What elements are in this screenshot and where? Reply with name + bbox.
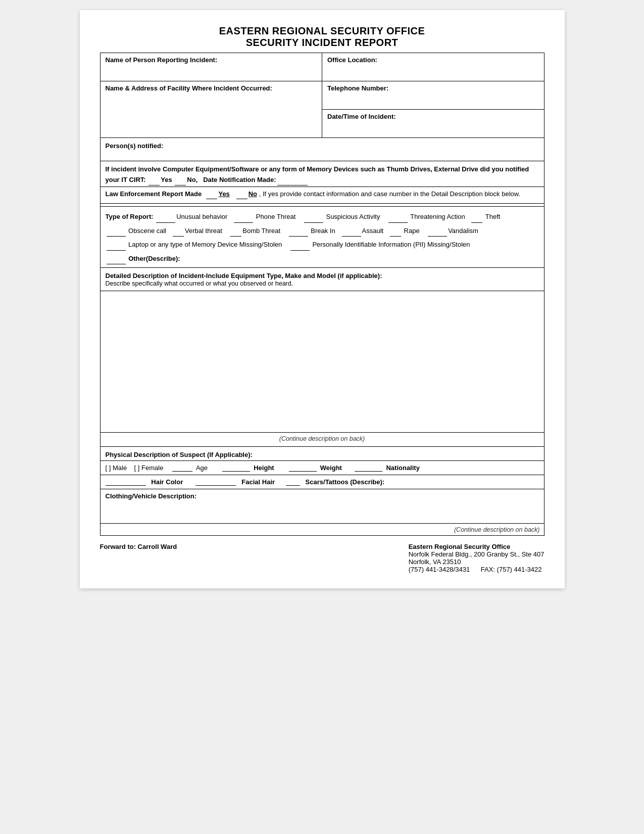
nationality-label: Nationality <box>386 464 419 472</box>
footer-org-info: Eastern Regional Security Office Norfolk… <box>409 543 544 573</box>
telephone-label: Telephone Number: <box>327 84 388 92</box>
row-facility: Name & Address of Facility Where Inciden… <box>100 81 544 110</box>
detail-desc-header-cell: Detailed Description of Incident-Include… <box>100 267 544 291</box>
suspect-gender-cell: [ ] Male [ ] Female Age Height Weight Na… <box>100 460 544 475</box>
clothing-label: Clothing/Vehicle Description: <box>106 492 197 500</box>
row-persons-notified: Person(s) notified: <box>100 138 544 161</box>
row-suspect-gender: [ ] Male [ ] Female Age Height Weight Na… <box>100 460 544 475</box>
datetime-cell: Date/Time of Incident: <box>322 110 544 138</box>
page: EASTERN REGIONAL SECURITY OFFICE SECURIT… <box>80 10 565 588</box>
row-detail-desc-header: Detailed Description of Incident-Include… <box>100 267 544 291</box>
age-label: Age <box>196 464 208 472</box>
scars-label: Scars/Tattoos (Describe): <box>306 478 385 486</box>
law-enforcement-text: Law Enforcement Report Made Yes No , If … <box>106 189 539 200</box>
org-name: Eastern Regional Security Office <box>409 543 544 550</box>
persons-notified-value[interactable] <box>106 150 539 157</box>
continue-back-cell: (Continue description on back) <box>100 523 544 535</box>
type-report-cell: Type of Report: Unusual behavior Phone T… <box>100 207 544 268</box>
office-location-value[interactable] <box>327 64 539 78</box>
row-continue-desc: (Continue description on back) <box>100 432 544 446</box>
physical-desc-label: Physical Description of Suspect (If Appl… <box>106 451 253 458</box>
height-label: Height <box>254 464 274 472</box>
male-label: [ ] Male <box>106 464 127 472</box>
row-clothing: Clothing/Vehicle Description: <box>100 489 544 523</box>
footer-forward-to: Forward to: Carroll Ward <box>100 543 177 550</box>
facial-hair-label: Facial Hair <box>241 478 275 486</box>
org-address2: Norfolk, VA 23510 <box>409 558 544 566</box>
hair-color-label: Hair Color <box>151 478 183 486</box>
row-type-report: Type of Report: Unusual behavior Phone T… <box>100 207 544 268</box>
row-it-cirt: If incident involve Computer Equipment/S… <box>100 161 544 187</box>
name-person-label: Name of Person Reporting Incident: <box>106 56 218 64</box>
org-fax: FAX: (757) 441-3422 <box>481 566 542 573</box>
name-person-value[interactable] <box>106 64 317 78</box>
datetime-label: Date/Time of Incident: <box>327 113 396 120</box>
continue-desc-cell: (Continue description on back) <box>100 432 544 446</box>
office-location-label: Office Location: <box>327 56 377 64</box>
female-label: [ ] Female <box>134 464 164 472</box>
org-phone: (757) 441-3428/3431 <box>409 566 470 573</box>
persons-notified-label: Person(s) notified: <box>106 142 164 150</box>
type-report-row2: Obscene call Verbal threat Bomb Threat B… <box>106 225 539 237</box>
it-cirt-date-blank <box>277 185 308 186</box>
title-block: EASTERN REGIONAL SECURITY OFFICE SECURIT… <box>100 25 544 49</box>
telephone-cell: Telephone Number: <box>322 81 544 110</box>
it-cirt-text: If incident involve Computer Equipment/S… <box>106 164 539 186</box>
law-no-blank <box>236 199 247 199</box>
detail-desc-label: Detailed Description of Incident-Include… <box>106 272 539 287</box>
type-report-row1: Type of Report: Unusual behavior Phone T… <box>106 211 539 222</box>
clothing-value[interactable] <box>106 500 539 520</box>
type-report-row3: Laptop or any type of Memory Device Miss… <box>106 239 539 250</box>
facility-value[interactable] <box>106 92 317 117</box>
facility-cell: Name & Address of Facility Where Inciden… <box>100 81 322 138</box>
law-yes-blank <box>206 199 217 199</box>
office-location-cell: Office Location: <box>322 53 544 81</box>
it-cirt-yes-blank <box>148 185 160 186</box>
physical-header-cell: Physical Description of Suspect (If Appl… <box>100 446 544 460</box>
persons-notified-cell: Person(s) notified: <box>100 138 544 161</box>
facility-label: Name & Address of Facility Where Inciden… <box>106 84 272 92</box>
row-suspect-hair: Hair Color Facial Hair Scars/Tattoos (De… <box>100 475 544 489</box>
telephone-value[interactable] <box>327 92 539 106</box>
org-address1: Norfolk Federal Bldg., 200 Granby St., S… <box>409 550 544 558</box>
row-law-enforcement: Law Enforcement Report Made Yes No , If … <box>100 187 544 204</box>
weight-label: Weight <box>320 464 342 472</box>
it-cirt-cell: If incident involve Computer Equipment/S… <box>100 161 544 187</box>
name-person-cell: Name of Person Reporting Incident: <box>100 53 322 81</box>
title-line2: SECURITY INCIDENT REPORT <box>100 37 544 49</box>
row-continue-back: (Continue description on back) <box>100 523 544 535</box>
continue-desc-text: (Continue description on back) <box>279 435 365 442</box>
it-cirt-no-blank <box>175 185 186 186</box>
suspect-hair-cell: Hair Color Facial Hair Scars/Tattoos (De… <box>100 475 544 489</box>
law-enforcement-cell: Law Enforcement Report Made Yes No , If … <box>100 187 544 204</box>
continue-back-text: (Continue description on back) <box>454 526 540 533</box>
datetime-value[interactable] <box>327 120 539 134</box>
clothing-cell: Clothing/Vehicle Description: <box>100 489 544 523</box>
title-line1: EASTERN REGIONAL SECURITY OFFICE <box>100 25 544 37</box>
footer-section: Forward to: Carroll Ward Eastern Regiona… <box>100 543 544 573</box>
org-contact: (757) 441-3428/3431 FAX: (757) 441-3422 <box>409 566 544 573</box>
row-physical-header: Physical Description of Suspect (If Appl… <box>100 446 544 460</box>
form-table: Name of Person Reporting Incident: Offic… <box>100 53 544 536</box>
row-name-office: Name of Person Reporting Incident: Offic… <box>100 53 544 81</box>
type-report-row4: Other(Describe): <box>106 253 539 264</box>
row-detail-desc-area <box>100 291 544 432</box>
detail-desc-area-cell[interactable] <box>100 291 544 432</box>
